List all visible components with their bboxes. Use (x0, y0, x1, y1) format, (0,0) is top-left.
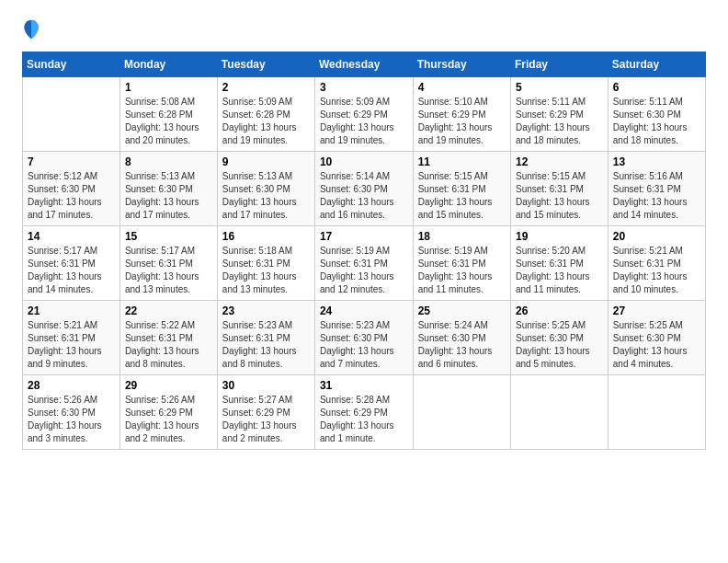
calendar-cell: 26Sunrise: 5:25 AM Sunset: 6:30 PM Dayli… (510, 301, 608, 375)
calendar-body: 1Sunrise: 5:08 AM Sunset: 6:28 PM Daylig… (23, 77, 706, 450)
column-header-friday: Friday (510, 52, 608, 77)
day-number: 19 (516, 230, 603, 243)
column-header-tuesday: Tuesday (217, 52, 314, 77)
day-info: Sunrise: 5:24 AM Sunset: 6:30 PM Dayligh… (418, 319, 506, 371)
calendar-week-row: 7Sunrise: 5:12 AM Sunset: 6:30 PM Daylig… (23, 152, 706, 226)
calendar-cell: 9Sunrise: 5:13 AM Sunset: 6:30 PM Daylig… (217, 152, 314, 226)
day-info: Sunrise: 5:18 AM Sunset: 6:31 PM Dayligh… (222, 245, 310, 296)
day-info: Sunrise: 5:13 AM Sunset: 6:30 PM Dayligh… (125, 170, 212, 222)
day-number: 16 (222, 230, 310, 243)
day-number: 26 (516, 304, 603, 317)
calendar-cell: 22Sunrise: 5:22 AM Sunset: 6:31 PM Dayli… (119, 301, 217, 375)
day-info: Sunrise: 5:21 AM Sunset: 6:31 PM Dayligh… (613, 245, 700, 296)
day-number: 9 (222, 155, 310, 168)
calendar-cell: 7Sunrise: 5:12 AM Sunset: 6:30 PM Daylig… (23, 152, 120, 226)
calendar-cell: 21Sunrise: 5:21 AM Sunset: 6:31 PM Dayli… (23, 301, 120, 375)
calendar-cell: 18Sunrise: 5:19 AM Sunset: 6:31 PM Dayli… (413, 226, 510, 301)
day-number: 17 (320, 230, 408, 243)
day-number: 15 (125, 230, 212, 243)
day-number: 24 (320, 304, 408, 317)
calendar-week-row: 14Sunrise: 5:17 AM Sunset: 6:31 PM Dayli… (23, 226, 706, 301)
column-header-saturday: Saturday (608, 52, 705, 77)
day-info: Sunrise: 5:17 AM Sunset: 6:31 PM Dayligh… (28, 245, 115, 296)
day-number: 3 (320, 81, 408, 94)
day-info: Sunrise: 5:28 AM Sunset: 6:29 PM Dayligh… (320, 394, 408, 445)
calendar-cell: 3Sunrise: 5:09 AM Sunset: 6:29 PM Daylig… (314, 77, 413, 152)
calendar-table: SundayMondayTuesdayWednesdayThursdayFrid… (22, 52, 706, 450)
calendar-header: SundayMondayTuesdayWednesdayThursdayFrid… (23, 52, 706, 77)
day-info: Sunrise: 5:26 AM Sunset: 6:30 PM Dayligh… (28, 394, 115, 445)
column-header-monday: Monday (119, 52, 217, 77)
calendar-cell: 17Sunrise: 5:19 AM Sunset: 6:31 PM Dayli… (314, 226, 413, 301)
day-number: 12 (516, 155, 603, 168)
day-number: 4 (418, 81, 506, 94)
day-number: 18 (418, 230, 506, 243)
day-info: Sunrise: 5:23 AM Sunset: 6:31 PM Dayligh… (222, 319, 310, 371)
day-number: 11 (418, 155, 506, 168)
day-info: Sunrise: 5:08 AM Sunset: 6:28 PM Dayligh… (125, 96, 212, 147)
day-info: Sunrise: 5:20 AM Sunset: 6:31 PM Dayligh… (516, 245, 603, 296)
calendar-cell: 19Sunrise: 5:20 AM Sunset: 6:31 PM Dayli… (510, 226, 608, 301)
calendar-week-row: 28Sunrise: 5:26 AM Sunset: 6:30 PM Dayli… (23, 375, 706, 450)
day-info: Sunrise: 5:25 AM Sunset: 6:30 PM Dayligh… (516, 319, 603, 371)
day-info: Sunrise: 5:12 AM Sunset: 6:30 PM Dayligh… (28, 170, 115, 222)
day-info: Sunrise: 5:19 AM Sunset: 6:31 PM Dayligh… (418, 245, 506, 296)
logo-icon (22, 18, 40, 40)
calendar-cell (510, 375, 608, 450)
day-info: Sunrise: 5:25 AM Sunset: 6:30 PM Dayligh… (613, 319, 700, 371)
calendar-cell: 28Sunrise: 5:26 AM Sunset: 6:30 PM Dayli… (23, 375, 120, 450)
day-number: 23 (222, 304, 310, 317)
day-info: Sunrise: 5:22 AM Sunset: 6:31 PM Dayligh… (125, 319, 212, 371)
day-number: 6 (613, 81, 700, 94)
day-info: Sunrise: 5:27 AM Sunset: 6:29 PM Dayligh… (222, 394, 310, 445)
column-header-thursday: Thursday (413, 52, 510, 77)
day-number: 28 (28, 379, 115, 392)
calendar-cell: 13Sunrise: 5:16 AM Sunset: 6:31 PM Dayli… (608, 152, 705, 226)
calendar-cell: 16Sunrise: 5:18 AM Sunset: 6:31 PM Dayli… (217, 226, 314, 301)
calendar-cell: 10Sunrise: 5:14 AM Sunset: 6:30 PM Dayli… (314, 152, 413, 226)
calendar-cell: 27Sunrise: 5:25 AM Sunset: 6:30 PM Dayli… (608, 301, 705, 375)
day-info: Sunrise: 5:11 AM Sunset: 6:30 PM Dayligh… (613, 96, 700, 147)
day-info: Sunrise: 5:13 AM Sunset: 6:30 PM Dayligh… (222, 170, 310, 222)
logo (22, 18, 44, 40)
calendar-cell: 31Sunrise: 5:28 AM Sunset: 6:29 PM Dayli… (314, 375, 413, 450)
day-number: 25 (418, 304, 506, 317)
column-header-wednesday: Wednesday (314, 52, 413, 77)
day-number: 21 (28, 304, 115, 317)
day-info: Sunrise: 5:10 AM Sunset: 6:29 PM Dayligh… (418, 96, 506, 147)
day-info: Sunrise: 5:15 AM Sunset: 6:31 PM Dayligh… (516, 170, 603, 222)
column-header-sunday: Sunday (23, 52, 120, 77)
calendar-week-row: 1Sunrise: 5:08 AM Sunset: 6:28 PM Daylig… (23, 77, 706, 152)
day-number: 13 (613, 155, 700, 168)
day-number: 27 (613, 304, 700, 317)
calendar-cell: 4Sunrise: 5:10 AM Sunset: 6:29 PM Daylig… (413, 77, 510, 152)
page-header (22, 18, 706, 40)
day-number: 1 (125, 81, 212, 94)
day-number: 22 (125, 304, 212, 317)
calendar-week-row: 21Sunrise: 5:21 AM Sunset: 6:31 PM Dayli… (23, 301, 706, 375)
calendar-cell: 24Sunrise: 5:23 AM Sunset: 6:30 PM Dayli… (314, 301, 413, 375)
calendar-cell: 15Sunrise: 5:17 AM Sunset: 6:31 PM Dayli… (119, 226, 217, 301)
calendar-cell: 2Sunrise: 5:09 AM Sunset: 6:28 PM Daylig… (217, 77, 314, 152)
calendar-cell: 30Sunrise: 5:27 AM Sunset: 6:29 PM Dayli… (217, 375, 314, 450)
calendar-cell: 8Sunrise: 5:13 AM Sunset: 6:30 PM Daylig… (119, 152, 217, 226)
calendar-cell (413, 375, 510, 450)
calendar-cell: 29Sunrise: 5:26 AM Sunset: 6:29 PM Dayli… (119, 375, 217, 450)
day-number: 7 (28, 155, 115, 168)
day-number: 31 (320, 379, 408, 392)
calendar-cell (608, 375, 705, 450)
calendar-cell: 1Sunrise: 5:08 AM Sunset: 6:28 PM Daylig… (119, 77, 217, 152)
day-number: 14 (28, 230, 115, 243)
day-info: Sunrise: 5:23 AM Sunset: 6:30 PM Dayligh… (320, 319, 408, 371)
calendar-cell: 6Sunrise: 5:11 AM Sunset: 6:30 PM Daylig… (608, 77, 705, 152)
calendar-cell: 23Sunrise: 5:23 AM Sunset: 6:31 PM Dayli… (217, 301, 314, 375)
calendar-cell: 12Sunrise: 5:15 AM Sunset: 6:31 PM Dayli… (510, 152, 608, 226)
calendar-cell: 5Sunrise: 5:11 AM Sunset: 6:29 PM Daylig… (510, 77, 608, 152)
day-info: Sunrise: 5:19 AM Sunset: 6:31 PM Dayligh… (320, 245, 408, 296)
calendar-cell: 14Sunrise: 5:17 AM Sunset: 6:31 PM Dayli… (23, 226, 120, 301)
day-info: Sunrise: 5:17 AM Sunset: 6:31 PM Dayligh… (125, 245, 212, 296)
day-number: 30 (222, 379, 310, 392)
day-info: Sunrise: 5:15 AM Sunset: 6:31 PM Dayligh… (418, 170, 506, 222)
day-number: 2 (222, 81, 310, 94)
calendar-cell: 20Sunrise: 5:21 AM Sunset: 6:31 PM Dayli… (608, 226, 705, 301)
